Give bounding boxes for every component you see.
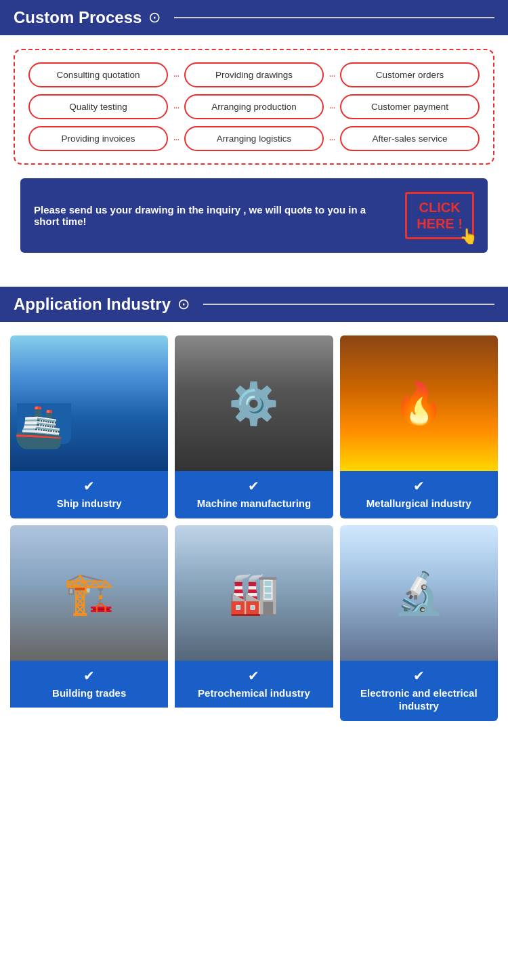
ship-label-text: Ship industry bbox=[16, 497, 163, 510]
custom-process-title: Custom Process bbox=[14, 8, 142, 27]
industry-card-metal: ✔ Metallurgical industry bbox=[340, 335, 498, 518]
connector-3: ··· bbox=[168, 102, 184, 113]
process-item-consulting: Consulting quotation bbox=[28, 62, 168, 87]
connector-2: ··· bbox=[324, 70, 340, 81]
machine-card-label: ✔ Machine manufacturing bbox=[175, 471, 333, 518]
industry-card-ship: ✔ Ship industry bbox=[10, 335, 168, 518]
cta-banner[interactable]: Please send us your drawing in the inqui… bbox=[20, 178, 488, 253]
process-item-logistics: Arranging logistics bbox=[184, 126, 324, 151]
ship-industry-image bbox=[10, 335, 168, 471]
cta-button-line2: HERE ! bbox=[417, 216, 463, 232]
process-item-invoices: Providing invoices bbox=[28, 126, 168, 151]
app-industry-title: Application Industry bbox=[14, 295, 171, 314]
process-item-drawings: Providing drawings bbox=[184, 62, 324, 87]
petro-check-icon: ✔ bbox=[180, 668, 327, 684]
connector-4: ··· bbox=[324, 102, 340, 113]
building-label-text: Building trades bbox=[16, 687, 163, 700]
machine-industry-image bbox=[175, 335, 333, 471]
process-item-aftersales: After-sales service bbox=[340, 126, 480, 151]
electronic-check-icon: ✔ bbox=[345, 668, 492, 684]
building-industry-image bbox=[10, 525, 168, 661]
cta-button-line1: CLICK bbox=[417, 199, 463, 216]
header-divider-2 bbox=[203, 304, 494, 305]
app-industry-section: Application Industry ⊙ ✔ Ship industry ✔… bbox=[0, 287, 508, 735]
process-row-3: Providing invoices ··· Arranging logisti… bbox=[28, 126, 480, 151]
industry-grid: ✔ Ship industry ✔ Machine manufacturing … bbox=[0, 322, 508, 735]
connector-5: ··· bbox=[168, 134, 184, 144]
electronic-industry-image bbox=[340, 525, 498, 661]
building-card-label: ✔ Building trades bbox=[10, 661, 168, 708]
industry-card-machine: ✔ Machine manufacturing bbox=[175, 335, 333, 518]
process-item-arranging: Arranging production bbox=[184, 94, 324, 119]
metal-card-label: ✔ Metallurgical industry bbox=[340, 471, 498, 518]
ship-check-icon: ✔ bbox=[16, 478, 163, 494]
connector-6: ··· bbox=[324, 134, 340, 144]
custom-process-icon: ⊙ bbox=[148, 9, 161, 26]
electronic-label-text: Electronic and electrical industry bbox=[345, 687, 492, 713]
ship-card-label: ✔ Ship industry bbox=[10, 471, 168, 518]
custom-process-section: Custom Process ⊙ Consulting quotation ··… bbox=[0, 0, 508, 253]
electronic-card-label: ✔ Electronic and electrical industry bbox=[340, 661, 498, 721]
machine-check-icon: ✔ bbox=[180, 478, 327, 494]
process-row-2: Quality testing ··· Arranging production… bbox=[28, 94, 480, 119]
hand-icon: 👆 bbox=[459, 228, 478, 245]
petro-label-text: Petrochemical industry bbox=[180, 687, 327, 700]
cta-button[interactable]: CLICK HERE ! 👆 bbox=[405, 192, 474, 239]
petro-card-label: ✔ Petrochemical industry bbox=[175, 661, 333, 708]
process-item-quality: Quality testing bbox=[28, 94, 168, 119]
metal-check-icon: ✔ bbox=[345, 478, 492, 494]
app-industry-icon: ⊙ bbox=[177, 295, 190, 313]
cta-text: Please send us your drawing in the inqui… bbox=[34, 204, 391, 227]
machine-label-text: Machine manufacturing bbox=[180, 497, 327, 510]
process-item-orders: Customer orders bbox=[340, 62, 480, 87]
building-check-icon: ✔ bbox=[16, 668, 163, 684]
metal-label-text: Metallurgical industry bbox=[345, 497, 492, 510]
industry-card-building: ✔ Building trades bbox=[10, 525, 168, 721]
connector-1: ··· bbox=[168, 70, 184, 81]
header-divider bbox=[174, 17, 494, 18]
process-row-1: Consulting quotation ··· Providing drawi… bbox=[28, 62, 480, 87]
industry-card-electronic: ✔ Electronic and electrical industry bbox=[340, 525, 498, 721]
process-grid: Consulting quotation ··· Providing drawi… bbox=[14, 49, 494, 165]
industry-card-petro: ✔ Petrochemical industry bbox=[175, 525, 333, 721]
custom-process-header: Custom Process ⊙ bbox=[0, 0, 508, 35]
metal-industry-image bbox=[340, 335, 498, 471]
app-industry-header: Application Industry ⊙ bbox=[0, 287, 508, 322]
process-item-payment: Customer payment bbox=[340, 94, 480, 119]
spacer bbox=[0, 266, 508, 287]
petro-industry-image bbox=[175, 525, 333, 661]
